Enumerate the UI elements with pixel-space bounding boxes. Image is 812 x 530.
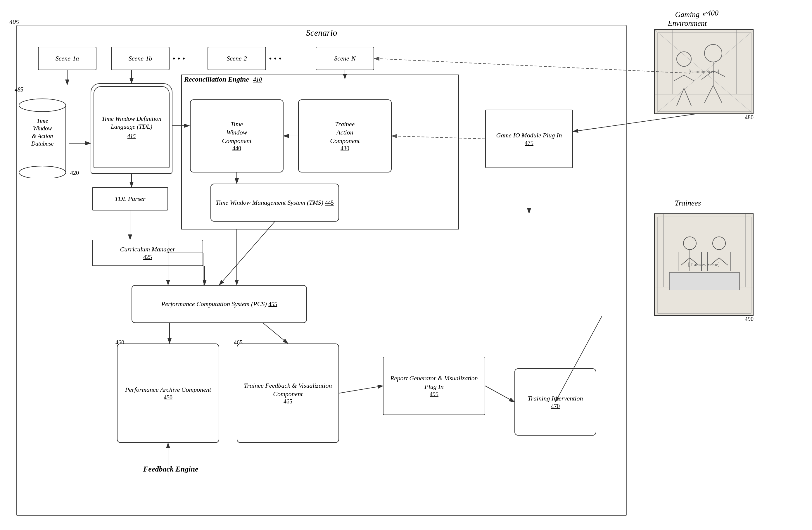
trainees-image: [Trainees Scene] (654, 213, 754, 316)
svg-line-14 (674, 75, 684, 81)
svg-line-35 (719, 258, 728, 265)
svg-rect-25 (669, 272, 740, 290)
reconciliation-engine-label: Reconciliation Engine 410 (184, 75, 262, 83)
tdl-box: Time Window Definition Language (TDL) 41… (91, 83, 172, 174)
scene-n-box: Scene-N (316, 47, 374, 70)
ref-490: 490 (745, 316, 754, 323)
ref-420: 420 (70, 170, 79, 176)
trainees-label: Trainees (675, 199, 701, 207)
gaming-env-label: GamingEnvironment (668, 10, 707, 28)
ref-480: 480 (745, 114, 754, 121)
gaming-env-image: [Gaming Scene] (654, 29, 754, 114)
dots-1: • • • (172, 54, 185, 63)
training-intervention-box: Training Intervention 470 (514, 368, 596, 435)
curriculum-manager-box: Curriculum Manager 425 (92, 240, 203, 266)
performance-archive-box: Performance Archive Component 450 (117, 343, 219, 443)
time-window-component-box: TimeWindowComponent 440 (190, 99, 284, 172)
scene-2-box: Scene-2 (207, 47, 266, 70)
svg-line-17 (684, 88, 691, 106)
svg-point-6 (705, 44, 722, 62)
svg-line-16 (677, 88, 684, 106)
scenario-label: Scenario (16, 28, 627, 38)
pcs-box: Performance Computation System (PCS) 455 (132, 285, 307, 323)
trainee-action-component-box: TraineeActionComponent 430 (298, 99, 392, 172)
svg-point-2 (19, 166, 66, 178)
tms-box: Time Window Management System (TMS) 445 (211, 184, 339, 221)
dots-2: • • • (269, 54, 281, 63)
tdl-parser-box: TDL Parser (92, 187, 168, 211)
svg-point-1 (19, 99, 66, 112)
trainee-feedback-box: Trainee Feedback & Visualization Compone… (237, 343, 339, 443)
scene-1a-box: Scene-1a (38, 47, 97, 70)
scene-1b-box: Scene-1b (111, 47, 170, 70)
time-window-db: 485 TimeWindow& ActionDatabase (16, 97, 69, 180)
svg-line-15 (684, 75, 694, 81)
report-generator-box: Report Generator & Visualization Plug In… (383, 357, 485, 415)
svg-point-32 (713, 237, 725, 250)
diagram-container: ↙400 405 Scenario Scene-1a Scene-1b • • … (0, 0, 812, 530)
feedback-engine-label: Feedback Engine (143, 465, 199, 474)
game-io-box: Game IO Module Plug In 475 (485, 110, 573, 168)
svg-point-28 (683, 237, 696, 250)
